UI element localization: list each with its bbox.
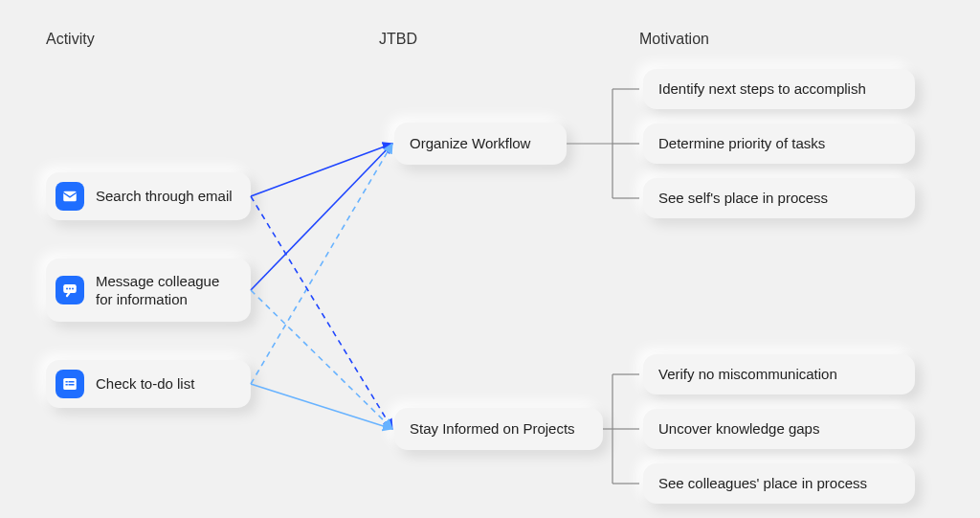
mail-icon [56, 182, 84, 211]
motivation-label: Identify next steps to accomplish [658, 79, 866, 99]
jtbd-node-stay-informed: Stay Informed on Projects [394, 408, 603, 450]
svg-point-3 [69, 288, 71, 290]
motivation-node: See self's place in process [643, 178, 915, 218]
jtbd-label: Stay Informed on Projects [410, 419, 575, 439]
motivation-label: Uncover knowledge gaps [658, 419, 819, 439]
activity-label: Check to-do list [96, 374, 194, 394]
motivation-node: Verify no miscommunication [643, 354, 915, 394]
motivation-label: See self's place in process [658, 189, 828, 208]
svg-line-10 [251, 144, 392, 196]
column-header-motivation: Motivation [639, 31, 709, 48]
column-header-jtbd: JTBD [379, 31, 417, 48]
motivation-node: See colleagues' place in process [643, 463, 915, 504]
activity-label: Search through email [96, 187, 233, 206]
activity-node-check-todo: Check to-do list [46, 360, 251, 408]
motivation-label: Determine priority of tasks [658, 134, 825, 153]
svg-point-4 [72, 288, 74, 290]
svg-line-13 [251, 196, 392, 429]
motivation-node: Uncover knowledge gaps [643, 409, 915, 449]
svg-rect-7 [69, 381, 75, 383]
motivation-label: Verify no miscommunication [658, 365, 837, 384]
svg-line-11 [251, 144, 392, 290]
svg-rect-8 [66, 384, 68, 386]
svg-line-12 [251, 144, 392, 384]
svg-line-15 [251, 384, 392, 429]
motivation-node: Determine priority of tasks [643, 124, 915, 164]
svg-point-2 [66, 288, 68, 290]
list-icon [56, 370, 84, 398]
motivation-node: Identify next steps to accomplish [643, 69, 915, 109]
svg-line-14 [251, 290, 392, 429]
svg-rect-6 [66, 381, 68, 383]
chat-icon [56, 276, 84, 304]
activity-node-search-email: Search through email [46, 172, 251, 220]
activity-node-message-colleague: Message colleague for information [46, 259, 251, 322]
svg-rect-9 [69, 384, 75, 386]
column-header-activity: Activity [46, 31, 95, 48]
jtbd-node-organize-workflow: Organize Workflow [394, 123, 567, 165]
jtbd-label: Organize Workflow [410, 134, 530, 153]
diagram-canvas: Activity JTBD Motivation Search through … [0, 0, 980, 518]
activity-label: Message colleague for information [96, 272, 235, 309]
motivation-label: See colleagues' place in process [658, 474, 867, 493]
